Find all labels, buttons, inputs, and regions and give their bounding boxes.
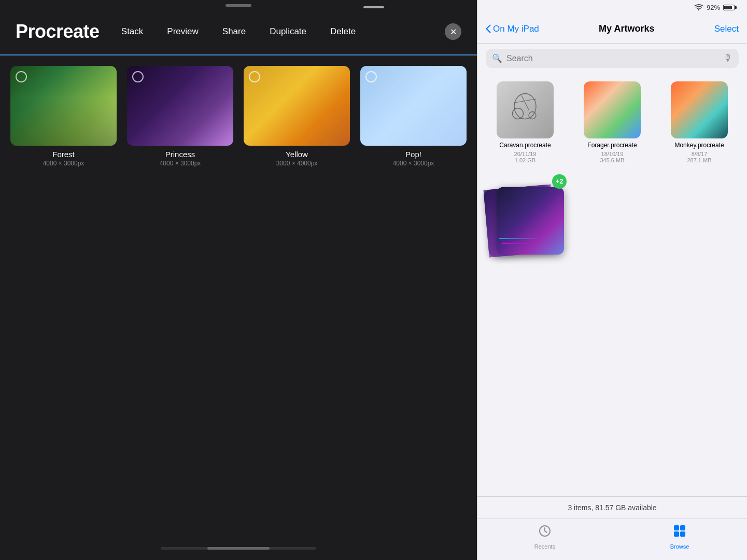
procreate-toolbar: Stack Preview Share Duplicate Delete [117,24,360,39]
file-size-forager: 345.6 MB [600,157,624,163]
delete-button[interactable]: Delete [326,24,360,39]
stack-neon-overlay [497,187,564,255]
artwork-name-forest: Forest [43,150,84,159]
search-icon: 🔍 [492,53,502,63]
artwork-item-forest[interactable]: Forest 4000 × 3000px [10,66,117,167]
mic-icon[interactable]: 🎙 [723,53,732,64]
file-date-monkey: 8/8/17 [692,151,708,157]
status-bar-right: 92% [694,4,737,11]
artwork-label-pop: Pop! 4000 × 3000px [393,150,434,167]
stack-button[interactable]: Stack [117,24,148,39]
file-item-monkey[interactable]: Monkey.procreate 8/8/17 287.1 MB [660,81,739,163]
select-button[interactable]: Select [714,24,739,34]
battery-icon [723,5,737,10]
files-tab-bar: Recents Browse [477,519,747,560]
files-grid: Caravan.procreate 20/11/19 1.02 GB Forag… [477,73,747,496]
svg-point-1 [513,108,524,119]
procreate-scrollbar [161,547,316,550]
artwork-select-circle-yellow [249,71,260,82]
procreate-content: Forest 4000 × 3000px Princess 4000 × 300… [0,55,477,544]
files-info-bar: 3 items, 81.57 GB available [477,496,747,519]
close-button[interactable]: ✕ [445,23,461,40]
file-name-monkey: Monkey.procreate [674,142,724,150]
file-size-monkey: 287.1 MB [687,157,711,163]
wifi-icon [694,4,703,11]
procreate-title: Procreate [16,21,100,43]
artwork-dims-yellow: 3000 × 4000px [276,160,318,167]
artwork-thumb-pop [360,66,467,146]
artwork-select-circle-pop [365,71,377,82]
tab-browse[interactable]: Browse [612,524,747,550]
file-name-caravan: Caravan.procreate [499,142,551,150]
file-date-caravan: 20/11/19 [514,151,537,157]
files-nav-title: My Artworks [539,23,714,34]
neon-line-1 [502,243,533,244]
procreate-header: Procreate Stack Preview Share Duplicate … [0,9,477,55]
artwork-label-princess: Princess 4000 × 3000px [160,150,201,167]
artwork-item-yellow[interactable]: Yellow 3000 × 4000px [244,66,350,167]
artwork-dims-forest: 4000 × 3000px [43,160,84,167]
svg-line-7 [545,531,547,533]
file-size-caravan: 1.02 GB [515,157,535,163]
artwork-name-princess: Princess [160,150,201,159]
artwork-thumb-yellow [244,66,350,146]
scroll-bar-container [0,544,477,560]
browse-icon [673,524,686,541]
share-button[interactable]: Share [218,24,250,39]
file-thumb-caravan [497,81,554,138]
artwork-label-forest: Forest 4000 × 3000px [43,150,84,167]
file-item-caravan[interactable]: Caravan.procreate 20/11/19 1.02 GB [486,81,565,163]
svg-point-0 [514,94,536,119]
artwork-label-yellow: Yellow 3000 × 4000px [276,150,318,167]
artwork-item-princess[interactable]: Princess 4000 × 3000px [127,66,233,167]
svg-line-4 [522,95,529,110]
neon-line-2 [499,238,541,239]
file-thumb-forager [584,81,641,138]
artwork-select-circle-princess [132,71,144,82]
file-item-forager[interactable]: Forager.procreate 18/10/19 345.6 MB [573,81,652,163]
tab-recents-label: Recents [534,543,555,550]
artwork-thumb-princess [127,66,233,146]
file-thumb-monkey [671,81,728,138]
files-panel: 92% On My iPad My Artworks Select 🔍 🎙 [477,0,747,560]
back-chevron-icon [486,24,491,33]
artwork-dims-princess: 4000 × 3000px [160,160,201,167]
status-bar: 92% [477,0,747,15]
artwork-name-yellow: Yellow [276,150,318,159]
files-nav: On My iPad My Artworks Select [477,15,747,44]
preview-button[interactable]: Preview [163,24,202,39]
svg-rect-8 [674,525,679,530]
status-bar-drag-handle [363,6,384,8]
file-name-forager: Forager.procreate [587,142,637,150]
stack-front-card [497,187,564,255]
caravan-artwork-preview [507,92,543,128]
files-search-bar: 🔍 🎙 [477,44,747,73]
file-item-stack[interactable]: +2 [486,177,564,258]
procreate-panel: Procreate Stack Preview Share Duplicate … [0,0,477,560]
tab-recents[interactable]: Recents [477,524,612,550]
duplicate-button[interactable]: Duplicate [265,24,311,39]
artwork-dims-pop: 4000 × 3000px [393,160,434,167]
artwork-thumb-forest [10,66,117,146]
artwork-name-pop: Pop! [393,150,434,159]
svg-rect-10 [674,531,679,537]
procreate-scrollbar-thumb [207,547,270,550]
files-back-button[interactable]: On My iPad [486,24,539,34]
stack-container: +2 [486,177,565,258]
drag-handle [225,4,251,7]
back-label: On My iPad [493,24,539,34]
files-search-input-wrap: 🔍 🎙 [486,49,739,68]
file-stack-thumb: +2 [486,177,564,255]
artwork-select-circle-forest [16,71,27,82]
artwork-item-pop[interactable]: Pop! 4000 × 3000px [360,66,467,167]
recents-icon [538,524,552,541]
stack-badge: +2 [552,174,567,189]
battery-percentage: 92% [707,4,720,11]
search-input[interactable] [506,54,719,63]
file-date-forager: 18/10/19 [601,151,624,157]
tab-browse-label: Browse [670,543,689,550]
files-info-text: 3 items, 81.57 GB available [568,503,656,512]
svg-rect-11 [680,531,685,537]
svg-rect-9 [680,525,685,530]
